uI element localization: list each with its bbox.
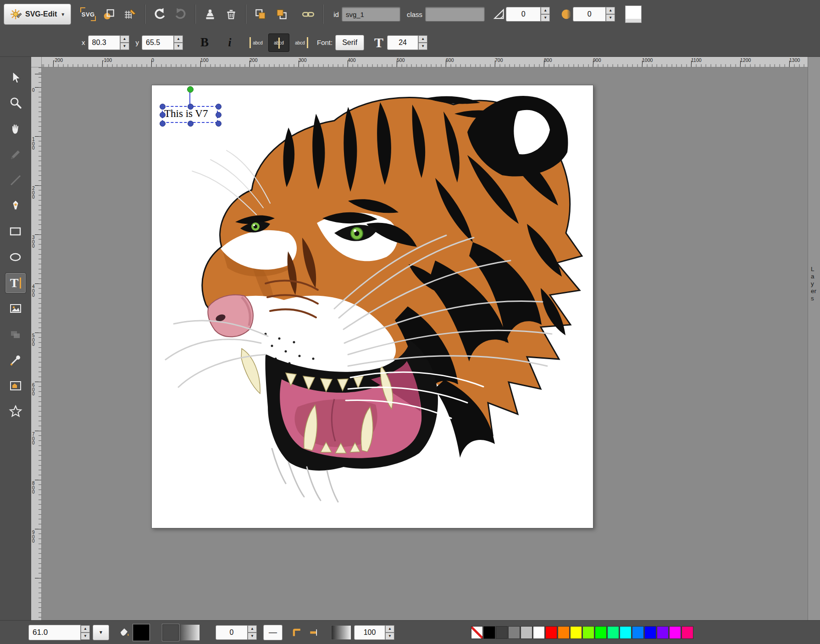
font-size-step-up[interactable]: ▲ <box>418 35 427 43</box>
document-properties-button[interactable] <box>99 4 120 25</box>
svg-canvas[interactable]: This is V7 <box>151 85 593 528</box>
zoom-step-down[interactable]: ▼ <box>81 633 90 640</box>
text-anchor-middle-button[interactable]: abcd <box>268 33 289 52</box>
move-to-top-button[interactable] <box>271 4 292 25</box>
linejoin-button[interactable] <box>288 624 305 641</box>
element-id-input[interactable] <box>342 7 400 22</box>
palette-swatch[interactable] <box>508 626 520 639</box>
x-step-down[interactable]: ▼ <box>120 43 129 50</box>
rect-tool-button[interactable] <box>5 221 26 242</box>
redo-button[interactable] <box>170 4 191 25</box>
selection-handle-nw[interactable] <box>160 104 166 110</box>
palette-swatch-none[interactable] <box>471 626 483 639</box>
linecap-button[interactable] <box>305 624 323 641</box>
palette-swatch[interactable] <box>582 626 594 639</box>
blur-input[interactable] <box>573 7 606 22</box>
y-step-down[interactable]: ▼ <box>174 43 183 50</box>
fill-color-swatch[interactable] <box>133 624 150 641</box>
angle-step-down[interactable]: ▼ <box>541 14 550 22</box>
move-to-bottom-button[interactable] <box>250 4 271 25</box>
text-anchor-end-button[interactable]: abcd <box>289 33 310 52</box>
path-tool-button[interactable] <box>5 195 26 217</box>
background-color-swatch[interactable] <box>625 6 642 23</box>
palette-swatch[interactable] <box>632 626 644 639</box>
element-class-input[interactable] <box>425 7 485 22</box>
selection-handle-ne[interactable] <box>216 104 222 110</box>
opacity-gradient-swatch[interactable] <box>331 625 351 640</box>
font-size-step-down[interactable]: ▼ <box>418 43 427 50</box>
zoom-tool-button[interactable] <box>5 93 26 114</box>
palette-swatch[interactable] <box>607 626 619 639</box>
palette-swatch[interactable] <box>533 626 545 639</box>
ellipse-tool-button[interactable] <box>5 247 26 268</box>
image-tool-button[interactable] <box>5 298 26 319</box>
select-tool-button[interactable] <box>5 67 26 88</box>
opacity-step-down[interactable]: ▼ <box>385 633 394 640</box>
undo-button[interactable] <box>149 4 170 25</box>
palette-swatch[interactable] <box>620 626 632 639</box>
x-step-up[interactable]: ▲ <box>120 35 129 43</box>
star-tool-button[interactable] <box>5 401 26 422</box>
palette-swatch[interactable] <box>558 626 570 639</box>
opacity-input[interactable] <box>354 625 385 640</box>
source-editor-button[interactable]: SVG <box>78 4 99 25</box>
opacity-stepper: ▲ ▼ <box>385 625 394 640</box>
delete-button[interactable] <box>221 4 242 25</box>
palette-swatch[interactable] <box>657 626 669 639</box>
angle-step-up[interactable]: ▲ <box>541 7 550 14</box>
blur-step-down[interactable]: ▼ <box>606 14 615 22</box>
make-link-button[interactable] <box>298 4 319 25</box>
y-step-up[interactable]: ▲ <box>174 35 183 43</box>
pencil-tool-button[interactable] <box>5 144 26 165</box>
angle-input[interactable] <box>506 7 541 22</box>
pan-tool-button[interactable] <box>5 118 26 139</box>
palette-swatch[interactable] <box>570 626 582 639</box>
redo-icon <box>174 7 188 21</box>
eyedropper-tool-button[interactable] <box>5 350 26 371</box>
text-anchor-start-button[interactable]: abcd <box>247 33 268 52</box>
stroke-width-step-up[interactable]: ▲ <box>248 625 257 633</box>
selection-handle-w[interactable] <box>160 112 166 118</box>
canvas-area[interactable]: This is V7 <box>41 67 808 620</box>
bold-button[interactable]: B <box>195 32 214 53</box>
font-family-button[interactable]: Serif <box>335 35 364 50</box>
layers-panel-toggle[interactable]: Layers <box>808 57 820 620</box>
blur-step-up[interactable]: ▲ <box>606 7 615 14</box>
palette-swatch[interactable] <box>545 626 557 639</box>
opacity-step-up[interactable]: ▲ <box>385 625 394 633</box>
palette-swatch[interactable] <box>644 626 656 639</box>
italic-button[interactable]: i <box>221 32 239 53</box>
selection-handle-s[interactable] <box>188 121 194 127</box>
stroke-width-input[interactable] <box>216 625 248 640</box>
zoom-step-up[interactable]: ▲ <box>81 625 90 633</box>
stroke-style-select[interactable]: — <box>263 625 283 640</box>
rotation-handle[interactable] <box>187 86 194 93</box>
stroke-paint-swatch[interactable] <box>181 624 200 641</box>
main-menu-button[interactable]: SVG-Edit ▼ <box>4 4 71 25</box>
selection-handle-se[interactable] <box>216 121 222 127</box>
palette-swatch[interactable] <box>595 626 607 639</box>
zoom-dropdown-button[interactable]: ▼ <box>93 625 109 640</box>
zoom-input[interactable] <box>28 625 81 640</box>
clone-button[interactable] <box>199 4 221 25</box>
vertical-ruler: 0 100 200 300 400 500 600 700 800 900 <box>31 67 42 620</box>
palette-swatch[interactable] <box>496 626 508 639</box>
palette-swatch[interactable] <box>483 626 495 639</box>
rectangle-icon <box>9 225 22 239</box>
text-tool-button[interactable]: T <box>5 272 26 294</box>
stroke-color-swatch[interactable] <box>162 624 179 641</box>
palette-swatch[interactable] <box>521 626 532 639</box>
library-tool-button[interactable] <box>5 375 26 396</box>
selection-handle-n[interactable] <box>188 104 194 110</box>
line-tool-button[interactable] <box>5 170 26 191</box>
stroke-width-step-down[interactable]: ▼ <box>248 633 257 640</box>
selection-handle-sw[interactable] <box>160 121 166 127</box>
selection-handle-e[interactable] <box>216 112 222 118</box>
font-size-input[interactable] <box>387 35 418 50</box>
x-input[interactable] <box>88 35 120 50</box>
polygon-tool-button[interactable] <box>5 324 26 345</box>
palette-swatch[interactable] <box>681 626 693 639</box>
y-input[interactable] <box>142 35 174 50</box>
palette-swatch[interactable] <box>669 626 681 639</box>
editor-preferences-button[interactable] <box>120 4 141 25</box>
